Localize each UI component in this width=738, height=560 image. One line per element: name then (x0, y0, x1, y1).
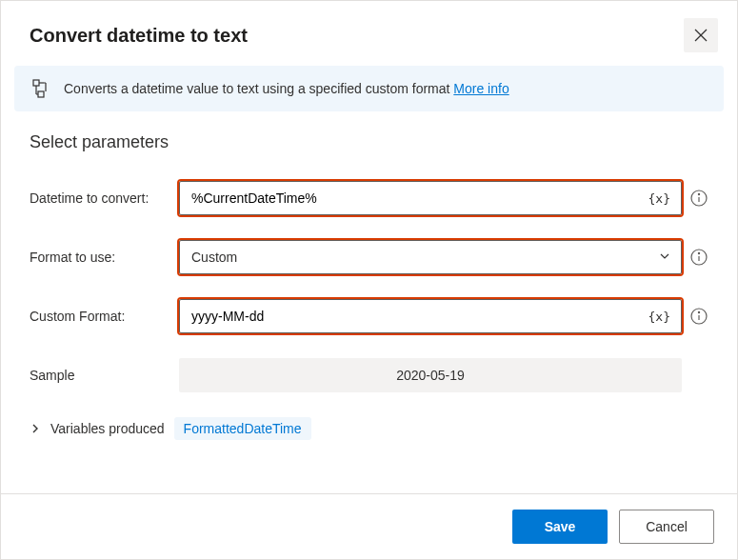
cancel-button[interactable]: Cancel (619, 510, 714, 544)
svg-point-17 (698, 311, 699, 312)
expand-toggle[interactable] (30, 423, 41, 434)
row-format: Format to use: Custom (30, 240, 708, 274)
select-format-value: Custom (191, 250, 237, 265)
select-format[interactable]: Custom (179, 240, 682, 274)
svg-rect-3 (38, 91, 44, 97)
info-icon[interactable] (689, 189, 708, 208)
banner-text: Converts a datetime value to text using … (64, 81, 509, 96)
chevron-right-icon (30, 423, 41, 434)
input-datetime[interactable] (179, 181, 682, 215)
save-button[interactable]: Save (512, 510, 608, 544)
label-sample: Sample (30, 368, 171, 383)
dialog-footer: Save Cancel (1, 493, 737, 559)
label-datetime: Datetime to convert: (30, 190, 171, 206)
label-custom-format: Custom Format: (30, 309, 171, 324)
variables-produced-row: Variables produced FormattedDateTime (30, 417, 708, 440)
convert-datetime-dialog: Convert datetime to text Converts a date… (0, 0, 738, 560)
variable-picker-icon[interactable]: {x} (645, 190, 674, 208)
close-icon (694, 29, 708, 42)
svg-point-14 (698, 252, 699, 253)
variable-picker-icon[interactable]: {x} (645, 308, 674, 326)
dialog-header: Convert datetime to text (1, 1, 737, 66)
more-info-link[interactable]: More info (453, 81, 509, 96)
close-button[interactable] (684, 18, 718, 52)
variable-pill[interactable]: FormattedDateTime (174, 417, 311, 440)
field-format: Custom (179, 240, 682, 274)
field-custom-format: {x} (179, 299, 682, 333)
row-sample: Sample 2020-05-19 (30, 358, 708, 392)
row-datetime: Datetime to convert: {x} (30, 181, 708, 215)
row-custom-format: Custom Format: {x} (30, 299, 708, 333)
sample-value: 2020-05-19 (179, 358, 682, 392)
info-icon[interactable] (689, 248, 708, 267)
dialog-body: Select parameters Datetime to convert: {… (1, 117, 737, 493)
info-banner: Converts a datetime value to text using … (14, 66, 724, 111)
section-title: Select parameters (30, 132, 708, 152)
svg-point-11 (698, 193, 699, 194)
info-icon[interactable] (689, 307, 708, 326)
field-datetime: {x} (179, 181, 682, 215)
variables-label: Variables produced (50, 421, 165, 436)
input-custom-format[interactable] (179, 299, 682, 333)
action-icon (31, 79, 50, 98)
dialog-title: Convert datetime to text (30, 25, 248, 47)
svg-rect-2 (33, 80, 39, 86)
label-format: Format to use: (30, 250, 171, 265)
